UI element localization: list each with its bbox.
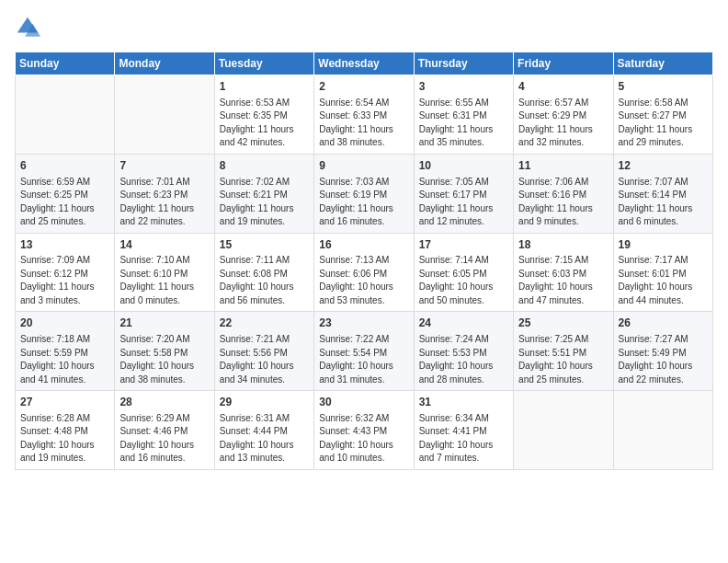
day-number: 20 [20,316,109,331]
day-number: 12 [619,158,708,174]
day-info: Sunrise: 7:27 AM Sunset: 5:49 PM Dayligh… [619,333,708,386]
calendar-cell: 4Sunrise: 6:57 AM Sunset: 6:29 PM Daylig… [514,75,613,155]
day-info: Sunrise: 6:28 AM Sunset: 4:48 PM Dayligh… [20,412,109,465]
calendar-week-row: 1Sunrise: 6:53 AM Sunset: 6:35 PM Daylig… [16,75,713,155]
day-info: Sunrise: 7:02 AM Sunset: 6:21 PM Dayligh… [220,176,309,229]
calendar-cell: 14Sunrise: 7:10 AM Sunset: 6:10 PM Dayli… [115,233,214,312]
calendar-cell: 12Sunrise: 7:07 AM Sunset: 6:14 PM Dayli… [613,154,712,233]
calendar-cell: 28Sunrise: 6:29 AM Sunset: 4:46 PM Dayli… [115,391,214,470]
calendar-cell: 21Sunrise: 7:20 AM Sunset: 5:58 PM Dayli… [115,312,214,391]
calendar-week-row: 13Sunrise: 7:09 AM Sunset: 6:12 PM Dayli… [16,233,713,312]
day-number: 28 [119,395,209,410]
day-number: 7 [119,158,209,174]
day-number: 5 [619,79,708,95]
day-number: 11 [518,158,608,174]
day-number: 2 [319,79,408,95]
logo-icon [15,15,40,40]
day-number: 23 [319,316,408,331]
day-info: Sunrise: 7:25 AM Sunset: 5:51 PM Dayligh… [518,333,608,386]
day-number: 15 [220,237,309,253]
calendar-week-row: 20Sunrise: 7:18 AM Sunset: 5:59 PM Dayli… [16,312,713,391]
day-number: 10 [419,158,508,174]
calendar-day-header: Wednesday [314,52,414,75]
day-info: Sunrise: 7:17 AM Sunset: 6:01 PM Dayligh… [619,254,708,307]
day-info: Sunrise: 7:07 AM Sunset: 6:14 PM Dayligh… [619,176,708,229]
day-number: 19 [619,237,708,253]
calendar-cell: 5Sunrise: 6:58 AM Sunset: 6:27 PM Daylig… [613,75,712,155]
calendar-cell: 10Sunrise: 7:05 AM Sunset: 6:17 PM Dayli… [414,154,513,233]
day-number: 22 [220,316,309,331]
calendar-cell: 31Sunrise: 6:34 AM Sunset: 4:41 PM Dayli… [414,391,513,470]
calendar-cell [613,391,712,470]
calendar-cell: 3Sunrise: 6:55 AM Sunset: 6:31 PM Daylig… [414,75,513,155]
calendar-cell: 18Sunrise: 7:15 AM Sunset: 6:03 PM Dayli… [514,233,613,312]
day-number: 9 [319,158,408,174]
day-number: 24 [419,316,508,331]
day-number: 29 [220,395,309,410]
calendar-cell: 29Sunrise: 6:31 AM Sunset: 4:44 PM Dayli… [214,391,313,470]
day-number: 4 [518,79,608,95]
calendar-cell: 15Sunrise: 7:11 AM Sunset: 6:08 PM Dayli… [214,233,313,312]
day-info: Sunrise: 6:58 AM Sunset: 6:27 PM Dayligh… [619,97,708,150]
calendar-cell: 26Sunrise: 7:27 AM Sunset: 5:49 PM Dayli… [613,312,712,391]
day-info: Sunrise: 7:11 AM Sunset: 6:08 PM Dayligh… [220,254,309,307]
calendar-day-header: Monday [115,52,214,75]
day-number: 26 [619,316,708,331]
calendar-cell: 23Sunrise: 7:22 AM Sunset: 5:54 PM Dayli… [314,312,414,391]
day-info: Sunrise: 7:20 AM Sunset: 5:58 PM Dayligh… [119,333,209,386]
day-number: 14 [119,237,209,253]
day-number: 1 [220,79,309,95]
logo [15,15,44,40]
day-info: Sunrise: 7:21 AM Sunset: 5:56 PM Dayligh… [220,333,309,386]
day-number: 27 [20,395,109,410]
calendar-cell: 27Sunrise: 6:28 AM Sunset: 4:48 PM Dayli… [16,391,115,470]
calendar-cell [115,75,214,155]
day-info: Sunrise: 6:59 AM Sunset: 6:25 PM Dayligh… [20,176,109,229]
day-number: 30 [319,395,408,410]
calendar-cell: 16Sunrise: 7:13 AM Sunset: 6:06 PM Dayli… [314,233,414,312]
calendar-cell: 1Sunrise: 6:53 AM Sunset: 6:35 PM Daylig… [214,75,313,155]
calendar-cell: 7Sunrise: 7:01 AM Sunset: 6:23 PM Daylig… [115,154,214,233]
day-number: 16 [319,237,408,253]
day-info: Sunrise: 7:15 AM Sunset: 6:03 PM Dayligh… [518,254,608,307]
day-info: Sunrise: 6:29 AM Sunset: 4:46 PM Dayligh… [119,412,209,465]
day-number: 6 [20,158,109,174]
day-info: Sunrise: 7:09 AM Sunset: 6:12 PM Dayligh… [20,254,109,307]
day-number: 3 [419,79,508,95]
calendar-cell: 8Sunrise: 7:02 AM Sunset: 6:21 PM Daylig… [214,154,313,233]
day-info: Sunrise: 6:34 AM Sunset: 4:41 PM Dayligh… [419,412,508,465]
day-number: 17 [419,237,508,253]
calendar-cell: 30Sunrise: 6:32 AM Sunset: 4:43 PM Dayli… [314,391,414,470]
calendar-table: SundayMondayTuesdayWednesdayThursdayFrid… [15,52,713,470]
day-info: Sunrise: 6:53 AM Sunset: 6:35 PM Dayligh… [220,97,309,150]
calendar-day-header: Friday [514,52,613,75]
calendar-cell [514,391,613,470]
calendar-header-row: SundayMondayTuesdayWednesdayThursdayFrid… [16,52,713,75]
day-info: Sunrise: 6:31 AM Sunset: 4:44 PM Dayligh… [220,412,309,465]
day-info: Sunrise: 7:24 AM Sunset: 5:53 PM Dayligh… [419,333,508,386]
day-number: 18 [518,237,608,253]
day-info: Sunrise: 7:06 AM Sunset: 6:16 PM Dayligh… [518,176,608,229]
day-info: Sunrise: 7:13 AM Sunset: 6:06 PM Dayligh… [319,254,408,307]
day-info: Sunrise: 7:03 AM Sunset: 6:19 PM Dayligh… [319,176,408,229]
day-info: Sunrise: 7:22 AM Sunset: 5:54 PM Dayligh… [319,333,408,386]
calendar-cell: 22Sunrise: 7:21 AM Sunset: 5:56 PM Dayli… [214,312,313,391]
calendar-cell: 11Sunrise: 7:06 AM Sunset: 6:16 PM Dayli… [514,154,613,233]
day-number: 8 [220,158,309,174]
day-number: 13 [20,237,109,253]
day-info: Sunrise: 6:57 AM Sunset: 6:29 PM Dayligh… [518,97,608,150]
calendar-cell [16,75,115,155]
calendar-cell: 17Sunrise: 7:14 AM Sunset: 6:05 PM Dayli… [414,233,513,312]
calendar-cell: 2Sunrise: 6:54 AM Sunset: 6:33 PM Daylig… [314,75,414,155]
day-info: Sunrise: 7:10 AM Sunset: 6:10 PM Dayligh… [119,254,209,307]
day-number: 31 [419,395,508,410]
day-info: Sunrise: 6:55 AM Sunset: 6:31 PM Dayligh… [419,97,508,150]
day-info: Sunrise: 7:01 AM Sunset: 6:23 PM Dayligh… [119,176,209,229]
day-info: Sunrise: 6:32 AM Sunset: 4:43 PM Dayligh… [319,412,408,465]
day-info: Sunrise: 7:18 AM Sunset: 5:59 PM Dayligh… [20,333,109,386]
calendar-day-header: Sunday [16,52,115,75]
day-info: Sunrise: 7:14 AM Sunset: 6:05 PM Dayligh… [419,254,508,307]
calendar-day-header: Tuesday [214,52,313,75]
day-number: 21 [119,316,209,331]
calendar-cell: 9Sunrise: 7:03 AM Sunset: 6:19 PM Daylig… [314,154,414,233]
